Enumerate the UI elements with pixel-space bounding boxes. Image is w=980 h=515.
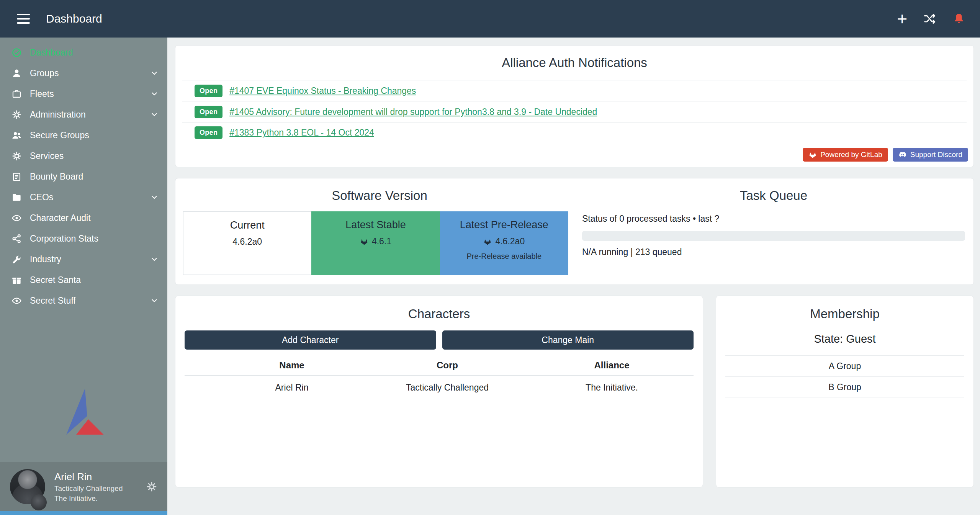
membership-title: Membership — [725, 296, 964, 321]
version-cell-prerelease: Latest Pre-Release 4.6.2a0 Pre-Release a… — [440, 211, 568, 275]
version-label: Latest Stable — [311, 219, 440, 231]
chevron-down-icon — [150, 255, 159, 264]
group-row: B Group — [725, 376, 964, 397]
version-value: 4.6.2a0 — [495, 236, 525, 247]
membership-group-list: A Group B Group — [725, 355, 964, 397]
chevron-down-icon — [150, 296, 159, 305]
sidebar-item-bounty-board[interactable]: Bounty Board — [0, 166, 167, 187]
sidebar-item-groups[interactable]: Groups — [0, 63, 167, 83]
shuffle-icon[interactable] — [923, 12, 936, 25]
version-cell-current: Current 4.6.2a0 — [183, 211, 311, 275]
version-label: Latest Pre-Release — [440, 219, 568, 231]
menu-toggle-button[interactable] — [15, 11, 32, 26]
task-queue-counts: N/A running | 213 queued — [582, 247, 965, 257]
sidebar-item-label: Industry — [30, 254, 61, 265]
header-corp: Corp — [365, 360, 530, 371]
sidebar-item-character-audit[interactable]: Character Audit — [0, 208, 167, 228]
gears-icon — [11, 151, 22, 161]
header-name: Name — [219, 360, 365, 371]
main-content: Alliance Auth Notifications Open #1407 E… — [167, 38, 980, 515]
characters-table: Name Corp Alliance Ariel Rin Tactically … — [185, 356, 694, 400]
header-alliance: Alliance — [530, 360, 694, 371]
chevron-down-icon — [150, 69, 159, 78]
wrench-icon — [11, 254, 22, 265]
sidebar-item-administration[interactable]: Administration — [0, 104, 167, 125]
status-badge: Open — [195, 106, 223, 118]
sidebar-item-label: Services — [30, 151, 64, 161]
characters-title: Characters — [185, 296, 694, 321]
task-queue-title: Task Queue — [582, 188, 965, 203]
gears-icon — [11, 110, 22, 120]
notification-row: Open #1383 Python 3.8 EOL - 14 Oct 2024 — [182, 122, 967, 143]
folder-icon — [11, 192, 22, 203]
chevron-down-icon — [150, 110, 159, 119]
powered-by-gitlab-badge[interactable]: Powered by GitLab — [803, 148, 888, 162]
sidebar-item-label: Dashboard — [30, 47, 73, 58]
characters-card: Characters Add Character Change Main Nam… — [175, 296, 703, 487]
plus-icon[interactable]: + — [897, 10, 907, 28]
notification-link[interactable]: #1407 EVE Equinox Status - Breaking Chan… — [229, 86, 416, 96]
notification-list: Open #1407 EVE Equinox Status - Breaking… — [182, 80, 967, 143]
sidebar-item-corporation-stats[interactable]: Corporation Stats — [0, 228, 167, 249]
notification-link[interactable]: #1383 Python 3.8 EOL - 14 Oct 2024 — [229, 128, 374, 138]
sidebar-item-label: Corporation Stats — [30, 234, 98, 244]
eye-icon — [11, 213, 22, 223]
gear-icon[interactable] — [146, 481, 157, 492]
user-alliance: The Initiative. — [54, 494, 123, 503]
version-table: Current 4.6.2a0 Latest Stable 4.6.1 Late… — [183, 211, 568, 275]
user-corp: Tactically Challenged — [54, 484, 123, 493]
sidebar-item-secret-santa[interactable]: Secret Santa — [0, 270, 167, 290]
navbar-actions: + — [897, 10, 965, 28]
users-icon — [11, 130, 22, 141]
sidebar-item-fleets[interactable]: Fleets — [0, 83, 167, 104]
sidebar: Dashboard Groups Fleets — [0, 38, 167, 515]
character-actions: Add Character Change Main — [185, 330, 694, 350]
sidebar-item-secure-groups[interactable]: Secure Groups — [0, 125, 167, 146]
sidebar-item-label: Administration — [30, 110, 86, 120]
task-queue-section: Task Queue Status of 0 processed tasks •… — [576, 178, 973, 284]
sidebar-nav: Dashboard Groups Fleets — [0, 38, 167, 311]
clipboard-icon — [11, 172, 22, 182]
chevron-down-icon — [150, 89, 159, 98]
badge-label: Support Discord — [910, 150, 962, 159]
sidebar-item-label: Secret Stuff — [30, 296, 76, 306]
membership-card: Membership State: Guest A Group B Group — [716, 296, 974, 487]
task-progress-bar — [582, 231, 965, 241]
gitlab-tanuki-icon — [808, 150, 817, 159]
character-corp: Tactically Challenged — [365, 383, 530, 393]
version-value: 4.6.2a0 — [232, 237, 262, 247]
sidebar-item-industry[interactable]: Industry — [0, 249, 167, 270]
page-title: Dashboard — [46, 12, 102, 25]
sidebar-item-label: CEOs — [30, 192, 53, 203]
sidebar-item-label: Groups — [30, 68, 59, 78]
sidebar-item-services[interactable]: Services — [0, 146, 167, 166]
discord-icon — [898, 150, 907, 159]
chevron-down-icon — [150, 193, 159, 202]
notifications-title: Alliance Auth Notifications — [182, 46, 967, 70]
version-label: Current — [183, 219, 311, 231]
sidebar-bottom-strip — [0, 511, 167, 515]
sidebar-item-dashboard[interactable]: Dashboard — [0, 42, 167, 63]
sidebar-item-label: Character Audit — [30, 213, 91, 223]
notification-link[interactable]: #1405 Advisory: Future development will … — [229, 107, 597, 117]
bell-icon[interactable] — [952, 12, 965, 25]
share-nodes-icon — [11, 234, 22, 244]
notifications-card: Alliance Auth Notifications Open #1407 E… — [175, 45, 974, 167]
change-main-button[interactable]: Change Main — [442, 330, 694, 350]
version-cell-stable: Latest Stable 4.6.1 — [311, 211, 440, 275]
character-alliance: The Initiative. — [530, 383, 694, 393]
user-avatar — [10, 469, 45, 504]
alliance-logo — [55, 386, 113, 438]
add-character-button[interactable]: Add Character — [185, 330, 436, 350]
task-queue-status: Status of 0 processed tasks • last ? — [582, 214, 965, 224]
software-version-section: Software Version Current 4.6.2a0 Latest … — [175, 178, 576, 284]
footer-badges: Powered by GitLab Support Discord — [803, 148, 968, 162]
sidebar-item-secret-stuff[interactable]: Secret Stuff — [0, 290, 167, 311]
sidebar-item-ceos[interactable]: CEOs — [0, 187, 167, 208]
briefcase-icon — [11, 89, 22, 99]
gitlab-tanuki-icon — [483, 237, 492, 246]
support-discord-badge[interactable]: Support Discord — [893, 148, 968, 162]
gift-icon — [11, 275, 22, 285]
character-row: Ariel Rin Tactically Challenged The Init… — [185, 376, 694, 400]
character-name: Ariel Rin — [219, 383, 365, 393]
